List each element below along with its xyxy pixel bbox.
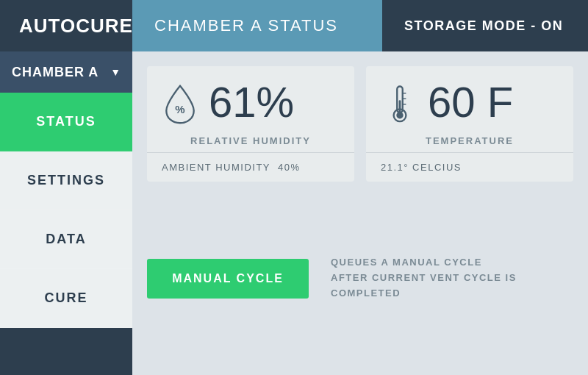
temperature-label: TEMPERATURE <box>381 129 559 152</box>
sidebar-item-data[interactable]: DATA <box>0 210 132 269</box>
logo-area: AUTOCURE <box>0 0 132 51</box>
storage-mode-area: STORAGE MODE - ON <box>382 0 588 51</box>
ambient-humidity-value: 40% <box>278 162 301 173</box>
sidebar-item-data-label: DATA <box>46 232 86 247</box>
header-title-area: CHAMBER A STATUS <box>132 0 382 51</box>
temperature-value: 60 F <box>428 81 513 124</box>
temperature-main: 60 F <box>381 81 559 124</box>
ambient-humidity-label: AMBIENT HUMIDITY <box>162 162 270 173</box>
sidebar-item-settings-label: SETTINGS <box>27 173 105 188</box>
sidebar-item-cure[interactable]: CURE <box>0 269 132 328</box>
chevron-down-icon: ▼ <box>110 66 121 78</box>
humidity-icon: % <box>162 83 200 121</box>
manual-cycle-description: QUEUES A MANUAL CYCLE AFTER CURRENT VENT… <box>331 255 522 301</box>
sidebar-item-status-label: STATUS <box>36 114 96 129</box>
sidebar: AUTOCURE CHAMBER A ▼ STATUS SETTINGS DAT… <box>0 0 132 375</box>
humidity-value: 61% <box>209 81 294 124</box>
sidebar-item-status[interactable]: STATUS <box>0 93 132 151</box>
humidity-card: % 61% RELATIVE HUMIDITY AMBIENT HUMIDITY… <box>147 66 354 182</box>
svg-text:%: % <box>175 103 184 115</box>
temperature-card: 60 F TEMPERATURE 21.1° CELCIUS <box>366 66 573 182</box>
bottom-area: MANUAL CYCLE QUEUES A MANUAL CYCLE AFTER… <box>132 193 588 375</box>
header-title: CHAMBER A STATUS <box>154 16 338 35</box>
manual-cycle-button[interactable]: MANUAL CYCLE <box>147 259 309 299</box>
cards-row: % 61% RELATIVE HUMIDITY AMBIENT HUMIDITY… <box>132 51 588 193</box>
humidity-main: % 61% <box>162 81 340 124</box>
main-content: CHAMBER A STATUS STORAGE MODE - ON % 61% <box>132 0 588 375</box>
chamber-selector-label: CHAMBER A <box>12 65 98 80</box>
temperature-sub: 21.1° CELCIUS <box>381 153 559 182</box>
temperature-icon <box>381 83 419 121</box>
chamber-selector[interactable]: CHAMBER A ▼ <box>0 51 132 93</box>
sidebar-item-cure-label: CURE <box>44 290 87 306</box>
logo-text: AUTOCURE <box>19 15 133 38</box>
humidity-label: RELATIVE HUMIDITY <box>162 129 340 152</box>
storage-mode-label: STORAGE MODE - ON <box>404 18 563 34</box>
header: CHAMBER A STATUS STORAGE MODE - ON <box>132 0 588 51</box>
svg-rect-9 <box>399 100 401 113</box>
humidity-sub: AMBIENT HUMIDITY 40% <box>162 153 340 182</box>
sidebar-item-settings[interactable]: SETTINGS <box>0 151 132 210</box>
